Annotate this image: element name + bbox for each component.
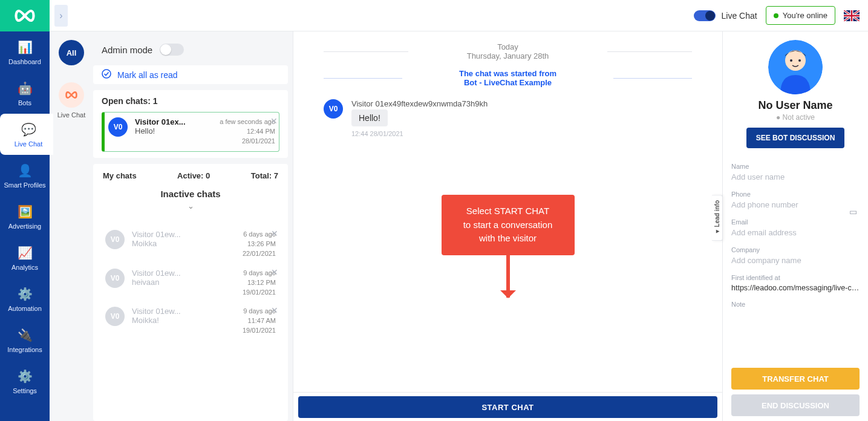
bots-icon: 🤖 bbox=[16, 80, 33, 97]
filter-live-button[interactable] bbox=[59, 82, 84, 108]
nav-live-chat[interactable]: 💬Live Chat bbox=[0, 114, 53, 155]
nav-label: Automation bbox=[8, 305, 42, 312]
open-chats-title: Open chats: 1 bbox=[102, 96, 279, 106]
inactive-chat-item[interactable]: V0 Visitor 01ew... heivaan 9 days ago13:… bbox=[102, 264, 279, 302]
check-circle-icon bbox=[102, 69, 111, 80]
chat-name: Visitor 01ew... bbox=[132, 307, 235, 316]
nav-analytics[interactable]: 📈Analytics bbox=[0, 237, 50, 278]
contact-card-icon[interactable]: ▭ bbox=[849, 207, 857, 217]
online-label: You're online bbox=[783, 11, 827, 20]
mark-all-read-button[interactable]: Mark all as read bbox=[93, 65, 288, 84]
chat-name: Visitor 01ew... bbox=[132, 230, 235, 239]
admin-mode-row: Admin mode bbox=[93, 40, 288, 59]
analytics-icon: 📈 bbox=[16, 244, 33, 261]
admin-mode-label: Admin mode bbox=[102, 45, 152, 55]
inactive-chats-header[interactable]: Inactive chats bbox=[102, 186, 279, 201]
nav-label: Dashboard bbox=[8, 58, 41, 65]
language-flag[interactable] bbox=[844, 10, 860, 21]
filter-all-button[interactable]: All bbox=[59, 40, 84, 65]
integrations-icon: 🔌 bbox=[16, 327, 33, 344]
mark-all-label: Mark all as read bbox=[117, 70, 178, 80]
live-chat-toggle[interactable] bbox=[694, 10, 716, 21]
email-input[interactable] bbox=[731, 226, 860, 240]
field-label-email: Email bbox=[731, 218, 860, 226]
nav-integrations[interactable]: 🔌Integrations bbox=[0, 319, 50, 361]
user-avatar bbox=[768, 40, 823, 94]
close-icon[interactable]: ✕ bbox=[271, 305, 278, 315]
phone-input[interactable] bbox=[731, 198, 860, 212]
total-count: Total: 7 bbox=[251, 171, 278, 180]
avatar: V0 bbox=[108, 117, 128, 137]
filter-live-label: Live Chat bbox=[57, 111, 85, 119]
day-separator: Today Thursday, January 28th bbox=[324, 40, 692, 63]
svg-point-4 bbox=[790, 59, 792, 62]
active-count: Active: 0 bbox=[177, 171, 210, 180]
chat-preview: Moikka! bbox=[132, 316, 235, 325]
topbar: › Live Chat You're online bbox=[50, 0, 868, 31]
my-chats-label: My chats bbox=[103, 171, 137, 180]
nav-advertising[interactable]: 🖼️Advertising bbox=[0, 196, 50, 237]
transfer-chat-button[interactable]: TRANSFER CHAT bbox=[731, 368, 860, 390]
field-label-company: Company bbox=[731, 246, 860, 253]
open-chat-item[interactable]: V0 Visitor 01ex... Hello! a few seconds … bbox=[102, 112, 279, 152]
chat-list: Admin mode Mark all as read Open chats: … bbox=[93, 31, 293, 421]
nav-bots[interactable]: 🤖Bots bbox=[0, 73, 50, 114]
close-icon[interactable]: ✕ bbox=[270, 116, 278, 126]
message-row: V0 Visitor 01ex49ftexdew9xnwmda73h9kh He… bbox=[324, 99, 692, 137]
company-input[interactable] bbox=[731, 253, 860, 268]
chat-started-notice: The chat was started from Bot - LiveChat… bbox=[324, 63, 692, 93]
chevron-down-icon[interactable]: ⌄ bbox=[102, 201, 279, 211]
avatar: V0 bbox=[105, 230, 125, 249]
first-identified-value: https://leadoo.com/messaging/live-ch... bbox=[731, 281, 860, 295]
user-status: ● Not active bbox=[731, 113, 860, 122]
live-chat-label: Live Chat bbox=[722, 11, 757, 21]
nav-smart-profiles[interactable]: 👤Smart Profiles bbox=[0, 155, 50, 196]
nav-label: Live Chat bbox=[15, 140, 42, 148]
close-icon[interactable]: ✕ bbox=[271, 229, 278, 238]
arrow-icon bbox=[506, 255, 510, 298]
chat-name: Visitor 01ex... bbox=[135, 117, 212, 126]
automation-icon: ⚙️ bbox=[16, 286, 33, 302]
online-dot-icon bbox=[774, 13, 778, 18]
admin-mode-toggle[interactable] bbox=[160, 44, 184, 56]
filter-all-wrap: All bbox=[59, 40, 84, 65]
open-chats-card: Open chats: 1 V0 Visitor 01ex... Hello! … bbox=[93, 90, 288, 158]
infinity-icon bbox=[64, 91, 79, 99]
live-chat-toggle-wrap: Live Chat bbox=[694, 10, 757, 21]
see-bot-discussion-button[interactable]: SEE BOT DISCUSSION bbox=[746, 128, 845, 148]
close-icon[interactable]: ✕ bbox=[271, 267, 278, 277]
nav-label: Advertising bbox=[8, 223, 41, 230]
field-label-phone: Phone bbox=[731, 191, 860, 198]
nav-dashboard[interactable]: 📊Dashboard bbox=[0, 31, 50, 73]
nav-label: Smart Profiles bbox=[4, 181, 45, 189]
nav-automation[interactable]: ⚙️Automation bbox=[0, 278, 50, 319]
field-label-note: Note bbox=[731, 301, 860, 308]
online-status[interactable]: You're online bbox=[766, 6, 835, 25]
inactive-chat-item[interactable]: V0 Visitor 01ew... Moikka 6 days ago13:2… bbox=[102, 225, 279, 264]
nav-label: Settings bbox=[13, 387, 37, 394]
collapse-sidebar-button[interactable]: › bbox=[54, 5, 68, 27]
user-name: No User Name bbox=[731, 99, 860, 112]
chat-name: Visitor 01ew... bbox=[132, 269, 235, 278]
end-discussion-button[interactable]: END DISCUSSION bbox=[731, 394, 860, 416]
filter-live-wrap: Live Chat bbox=[57, 82, 85, 119]
tooltip-callout: Select START CHAT to start a conversatio… bbox=[442, 195, 575, 255]
inactive-chat-item[interactable]: V0 Visitor 01ew... Moikka! 9 days ago11:… bbox=[102, 302, 279, 341]
chat-preview: Moikka bbox=[132, 239, 235, 248]
nav-label: Integrations bbox=[7, 346, 42, 353]
name-input[interactable] bbox=[731, 170, 860, 184]
chat-icon: 💬 bbox=[20, 121, 37, 138]
advertising-icon: 🖼️ bbox=[16, 203, 33, 220]
start-chat-button[interactable]: START CHAT bbox=[298, 396, 717, 418]
profiles-icon: 👤 bbox=[16, 162, 33, 179]
avatar: V0 bbox=[324, 99, 343, 119]
logo[interactable] bbox=[0, 0, 50, 31]
chat-preview: heivaan bbox=[132, 278, 235, 287]
settings-icon: ⚙️ bbox=[16, 368, 33, 385]
message-time: 12:44 28/01/2021 bbox=[351, 130, 488, 137]
nav-label: Analytics bbox=[11, 264, 38, 271]
conversation-panel: Today Thursday, January 28th The chat wa… bbox=[293, 31, 723, 421]
lead-info-tab[interactable]: ◂ Lead info bbox=[712, 195, 723, 241]
avatar: V0 bbox=[105, 307, 125, 326]
nav-settings[interactable]: ⚙️Settings bbox=[0, 361, 50, 402]
